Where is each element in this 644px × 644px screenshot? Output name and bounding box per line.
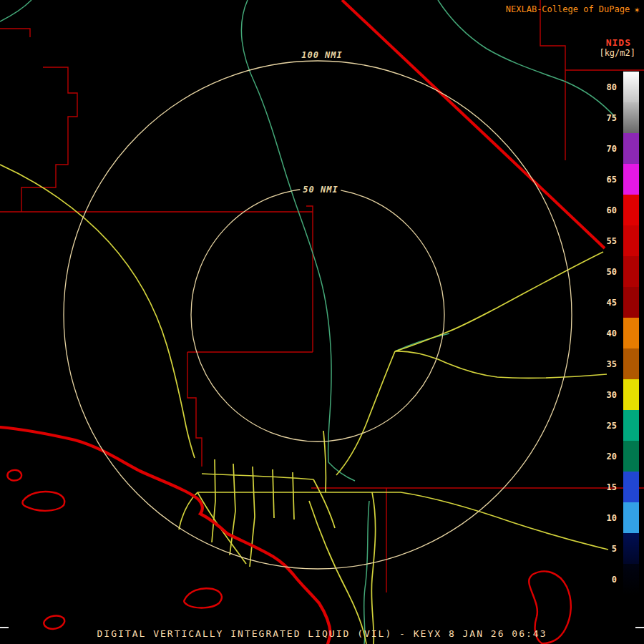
network-label: NIDS <box>606 37 631 48</box>
highway <box>250 467 255 567</box>
range-label-50nmi: 50 NMI <box>300 185 341 195</box>
county-line <box>187 352 202 467</box>
scale-segment <box>623 502 639 533</box>
scale-segment <box>623 533 639 564</box>
scale-label: 45 <box>607 298 617 308</box>
scale-label: 70 <box>607 144 617 154</box>
highway <box>0 165 195 458</box>
river <box>241 0 331 462</box>
island <box>22 492 64 511</box>
island <box>184 588 222 608</box>
county-line <box>0 29 30 37</box>
scale-label: 75 <box>607 113 617 123</box>
radar-display: 100 NMI 50 NMI NEXLAB-College of DuPage … <box>0 0 644 644</box>
product-title: DIGITAL VERTICALLY INTEGRATED LIQUID (VI… <box>0 628 644 639</box>
island <box>44 616 64 629</box>
highway <box>202 474 313 479</box>
highway <box>371 492 375 644</box>
scale-label: 15 <box>607 482 617 492</box>
color-scale-bar <box>623 72 639 595</box>
scale-segment <box>623 410 639 441</box>
scale-segment <box>623 225 639 256</box>
scale-segment <box>623 195 639 225</box>
scale-label: 60 <box>607 205 617 215</box>
island <box>7 470 21 481</box>
scale-segment <box>623 164 639 195</box>
units-label: [kg/m2] <box>599 48 635 58</box>
scale-segment <box>623 102 639 133</box>
scale-segment <box>623 379 639 410</box>
scale-segment <box>623 133 639 164</box>
highway <box>212 459 215 542</box>
coastline <box>0 427 331 644</box>
county-lines <box>0 0 644 592</box>
scale-label: 10 <box>607 513 617 523</box>
scale-segment <box>623 472 639 502</box>
highway <box>293 472 294 519</box>
rivers <box>0 0 615 644</box>
scale-segment <box>623 256 639 287</box>
county-line <box>306 206 313 352</box>
scale-segment <box>623 318 639 348</box>
highway <box>323 431 326 492</box>
scale-label: 20 <box>607 452 617 462</box>
highway <box>336 351 395 475</box>
river <box>328 462 355 481</box>
highway <box>395 252 603 351</box>
scale-label: 30 <box>607 390 617 400</box>
scale-segment <box>623 348 639 379</box>
source-credit: NEXLAB-College of DuPage <box>506 4 630 14</box>
range-ring-50nmi <box>191 188 444 441</box>
scale-segment <box>623 441 639 472</box>
scale-label: 35 <box>607 359 617 369</box>
scale-segment <box>623 287 639 318</box>
river <box>438 0 615 117</box>
county-line <box>21 67 77 212</box>
scale-label: 65 <box>607 175 617 185</box>
header: NEXLAB-College of DuPage ✶ <box>506 4 640 14</box>
scale-label: 5 <box>612 544 617 554</box>
river <box>364 501 369 644</box>
highway <box>395 351 607 379</box>
scale-label: 50 <box>607 267 617 277</box>
highway <box>401 492 608 550</box>
river <box>0 0 31 21</box>
scale-segment <box>623 564 639 595</box>
nexlab-logo-icon: ✶ <box>634 5 640 14</box>
scale-segment <box>623 72 639 102</box>
scale-label: 25 <box>607 421 617 431</box>
scale-label: 0 <box>612 575 617 585</box>
range-label-100nmi: 100 NMI <box>298 50 346 60</box>
radar-map <box>0 0 644 644</box>
coastline-group <box>0 427 571 644</box>
scale-label: 55 <box>607 236 617 246</box>
highways <box>0 165 608 644</box>
highway <box>309 501 366 644</box>
scale-label: 40 <box>607 328 617 338</box>
scale-label: 80 <box>607 82 617 92</box>
